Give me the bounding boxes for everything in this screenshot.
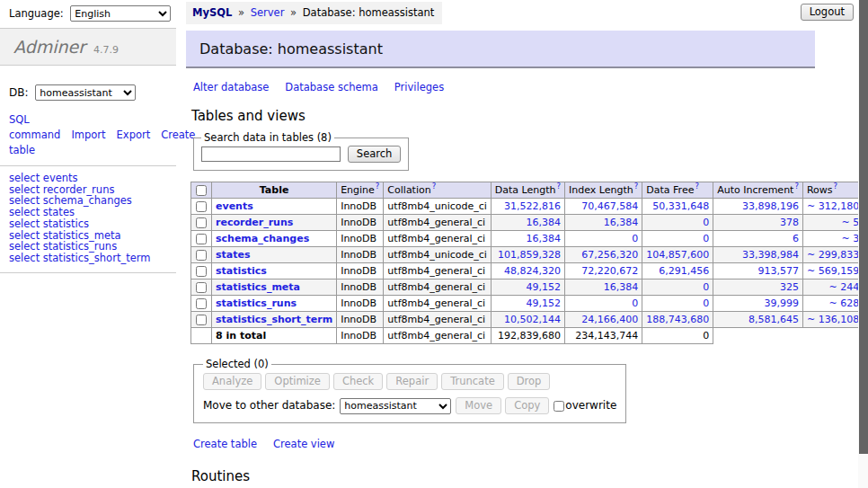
breadcrumb-server-link[interactable]: Server	[251, 6, 285, 19]
data-length-link[interactable]: 101,859,328	[498, 249, 561, 261]
rows-link[interactable]: ~ 3	[841, 233, 859, 244]
data-free-link[interactable]: 0	[703, 233, 709, 244]
create-view-link[interactable]: Create view	[273, 438, 334, 450]
auto-increment-link[interactable]: 325	[780, 281, 799, 293]
check-button[interactable]: Check	[333, 373, 383, 390]
db-select[interactable]: homeassistant	[35, 84, 136, 101]
table-row: statesInnoDButf8mb4_unicode_ci101,859,32…	[191, 247, 868, 263]
auto-increment-link[interactable]: 8,581,645	[748, 314, 799, 325]
data-free-link[interactable]: 188,743,680	[646, 314, 709, 325]
data-length-link[interactable]: 49,152	[527, 297, 562, 309]
data-length-link[interactable]: 10,502,144	[504, 314, 561, 325]
index-length-link[interactable]: 70,467,584	[581, 200, 638, 212]
row-checkbox[interactable]	[196, 266, 207, 277]
rows-link[interactable]: ~ 312,180	[807, 200, 859, 212]
help-link[interactable]: ?	[557, 182, 562, 191]
data-length-link[interactable]: 16,384	[527, 217, 562, 228]
data-length-link[interactable]: 31,522,816	[504, 200, 561, 212]
data-free-link[interactable]: 0	[703, 281, 709, 293]
select-all-checkbox[interactable]	[196, 185, 207, 196]
data-length-cell: 49,152	[491, 279, 564, 296]
move-button[interactable]: Move	[456, 397, 501, 414]
auto-increment-link[interactable]: 33,898,196	[742, 200, 799, 212]
sidebar-link-sql-command[interactable]: SQL command	[9, 113, 60, 141]
data-free-link[interactable]: 104,857,600	[646, 249, 709, 261]
rows-link[interactable]: ~ 5	[841, 217, 859, 228]
help-link[interactable]: ?	[634, 182, 639, 191]
table-link-schema-changes[interactable]: schema_changes	[216, 233, 309, 244]
rows-link[interactable]: ~ 299,833	[807, 249, 859, 261]
search-input[interactable]	[201, 146, 341, 162]
help-link[interactable]: ?	[432, 182, 437, 191]
repair-button[interactable]: Repair	[386, 373, 438, 390]
data-length-cell: 49,152	[491, 296, 564, 312]
row-checkbox[interactable]	[196, 298, 207, 309]
create-table-link[interactable]: Create table	[193, 438, 257, 450]
index-length-link[interactable]: 16,384	[604, 217, 639, 228]
move-db-select[interactable]: homeassistant	[340, 398, 451, 414]
data-free-link[interactable]: 6,291,456	[659, 265, 709, 277]
sidebar-select-states[interactable]: select states	[9, 207, 176, 218]
data-free-link[interactable]: 50,331,648	[652, 200, 709, 212]
copy-button[interactable]: Copy	[505, 397, 549, 414]
table-link-statistics-runs[interactable]: statistics_runs	[216, 297, 297, 309]
row-checkbox[interactable]	[196, 234, 207, 244]
row-checkbox[interactable]	[196, 315, 207, 325]
auto-increment-link[interactable]: 39,999	[764, 297, 799, 309]
rows-link[interactable]: ~ 136,108	[807, 314, 859, 325]
vertical-scrollbar[interactable]	[858, 0, 868, 488]
data-length-link[interactable]: 48,824,320	[504, 265, 561, 277]
auto-increment-link[interactable]: 913,577	[757, 265, 799, 277]
table-link-statistics-meta[interactable]: statistics_meta	[216, 281, 300, 293]
sidebar-link-export[interactable]: Export	[117, 129, 151, 141]
total-index-length-cell: 234,143,744	[565, 328, 642, 344]
logout-button[interactable]: Logout	[801, 4, 854, 21]
language-select[interactable]: English	[70, 5, 171, 22]
data-length-link[interactable]: 16,384	[527, 233, 562, 244]
data-free-link[interactable]: 0	[703, 297, 709, 309]
data-length-link[interactable]: 49,152	[527, 281, 562, 293]
drop-button[interactable]: Drop	[508, 373, 551, 390]
analyze-button[interactable]: Analyze	[203, 373, 261, 390]
table-link-states[interactable]: states	[216, 249, 251, 261]
index-length-link[interactable]: 0	[632, 233, 638, 244]
sidebar-select-statistics-short-term[interactable]: select statistics_short_term	[9, 253, 176, 264]
table-link-statistics[interactable]: statistics	[216, 265, 267, 277]
index-length-link[interactable]: 0	[632, 297, 638, 309]
index-length-link[interactable]: 24,166,400	[581, 314, 638, 325]
help-link[interactable]: ?	[695, 182, 699, 191]
row-checkbox[interactable]	[196, 282, 207, 293]
index-length-link[interactable]: 67,256,320	[581, 249, 638, 261]
sidebar-action-links: SQL commandImportExportCreate table	[9, 112, 169, 158]
index-length-link[interactable]: 72,220,672	[581, 265, 638, 277]
auto-increment-link[interactable]: 6	[793, 233, 799, 244]
rows-link[interactable]: ~ 244	[828, 281, 859, 293]
auto-increment-link[interactable]: 378	[780, 217, 799, 228]
search-button[interactable]: Search	[348, 146, 402, 163]
privileges-link[interactable]: Privileges	[394, 81, 444, 93]
help-link[interactable]: ?	[834, 182, 838, 191]
index-length-link[interactable]: 16,384	[604, 281, 639, 293]
truncate-button[interactable]: Truncate	[441, 373, 504, 390]
row-checkbox[interactable]	[196, 217, 207, 228]
rows-link[interactable]: ~ 628	[828, 297, 859, 309]
table-link-events[interactable]: events	[216, 200, 253, 212]
alter-database-link[interactable]: Alter database	[193, 81, 269, 93]
database-schema-link[interactable]: Database schema	[285, 81, 377, 93]
row-checkbox[interactable]	[196, 201, 207, 212]
overwrite-checkbox[interactable]	[554, 401, 564, 412]
data-free-link[interactable]: 0	[703, 217, 709, 228]
rows-link[interactable]: ~ 569,159	[807, 265, 859, 277]
sidebar-link-import[interactable]: Import	[71, 129, 105, 141]
sidebar-select-events[interactable]: select events	[9, 173, 176, 184]
row-checkbox[interactable]	[196, 250, 207, 261]
sidebar-select-statistics[interactable]: select statistics	[9, 218, 176, 230]
auto-increment-link[interactable]: 33,398,984	[742, 249, 799, 261]
help-link[interactable]: ?	[794, 182, 799, 191]
breadcrumb: MySQL » Server » Database: homeassistant	[186, 2, 442, 24]
table-link-statistics-short-term[interactable]: statistics_short_term	[216, 314, 332, 325]
table-link-recorder-runs[interactable]: recorder_runs	[216, 217, 293, 228]
scrollbar-thumb[interactable]	[859, 0, 868, 454]
help-link[interactable]: ?	[376, 182, 380, 191]
optimize-button[interactable]: Optimize	[265, 373, 330, 390]
